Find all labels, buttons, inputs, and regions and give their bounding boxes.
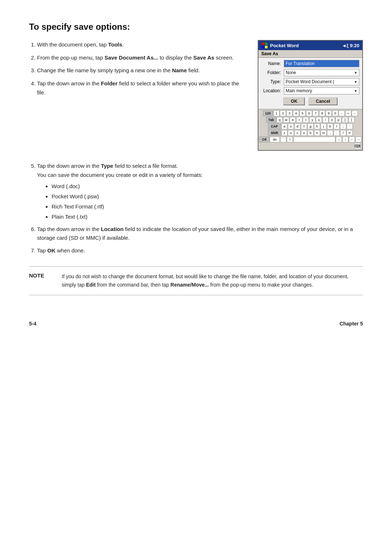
type-option-3: Rich Text Format (.rtf) xyxy=(52,202,363,211)
key-dash[interactable]: - xyxy=(339,110,345,116)
type-dropdown-arrow-icon: ▼ xyxy=(354,80,358,84)
step-2: From the pop-up menu, tap Save Document … xyxy=(37,53,243,62)
key-ctrl[interactable]: Ctl xyxy=(259,137,269,142)
key-y[interactable]: y xyxy=(309,117,315,123)
key-2[interactable]: 2 xyxy=(280,110,286,116)
key-p[interactable]: p xyxy=(335,117,342,123)
key-8[interactable]: 8 xyxy=(319,110,325,116)
type-value: Pocket Word Document ( xyxy=(286,79,334,84)
key-equals[interactable]: = xyxy=(345,110,351,116)
step-7: Tap OK when done. xyxy=(37,246,363,255)
key-r[interactable]: r xyxy=(296,117,302,123)
key-9[interactable]: 9 xyxy=(326,110,332,116)
folder-select[interactable]: None ▼ xyxy=(284,69,359,76)
type-option-1: Word (.doc) xyxy=(52,182,363,191)
key-n[interactable]: n xyxy=(314,130,320,136)
key-3[interactable]: 3 xyxy=(286,110,293,116)
key-v[interactable]: v xyxy=(301,130,307,136)
key-space[interactable] xyxy=(293,137,335,142)
key-comma[interactable]: , xyxy=(327,130,333,136)
device-keyboard: 123 1 2 3 4 5 6 7 8 9 0 - = ← Tab xyxy=(258,109,362,150)
step6-bold: Location xyxy=(101,226,124,232)
key-l[interactable]: l xyxy=(334,123,340,129)
key-t[interactable]: t xyxy=(303,117,309,123)
key-cap[interactable]: CAP xyxy=(268,123,281,129)
note-label: NOTE xyxy=(29,272,51,289)
key-m[interactable]: m xyxy=(320,130,327,136)
key-123[interactable]: 123 xyxy=(263,110,273,116)
key-w[interactable]: w xyxy=(283,117,289,123)
keyboard-toggle-icon[interactable]: ⌨ xyxy=(354,143,361,149)
key-g[interactable]: g xyxy=(307,123,314,129)
step-1: With the document open, tap Tools. xyxy=(37,40,243,49)
type-select[interactable]: Pocket Word Document ( ▼ xyxy=(284,78,359,85)
key-a[interactable]: a xyxy=(281,123,287,129)
key-f[interactable]: f xyxy=(301,123,307,129)
key-0[interactable]: 0 xyxy=(332,110,338,116)
footer: 5-4 Chapter 5 xyxy=(29,317,363,327)
step1-text: With the document open, tap xyxy=(37,41,108,48)
ok-button[interactable]: OK xyxy=(283,97,305,105)
key-semicolon[interactable]: ; xyxy=(340,123,346,129)
key-left-arrow[interactable]: ← xyxy=(349,137,355,142)
name-field-value[interactable]: For Translation xyxy=(284,60,359,67)
key-b[interactable]: b xyxy=(307,130,314,136)
key-backslash[interactable]: \ xyxy=(287,137,293,142)
key-i[interactable]: i xyxy=(322,117,328,123)
key-intl[interactable]: áü xyxy=(270,137,280,142)
key-4[interactable]: 4 xyxy=(293,110,299,116)
type-field-label: Type: xyxy=(261,79,282,84)
step7-bold: OK xyxy=(47,247,56,254)
key-u[interactable]: u xyxy=(316,117,322,123)
key-quote[interactable]: ' xyxy=(347,123,353,129)
key-shift[interactable]: Shift xyxy=(268,130,281,136)
step2-bold2: Save As xyxy=(193,54,215,61)
key-period[interactable]: . xyxy=(334,130,340,136)
key-q[interactable]: q xyxy=(277,117,283,123)
save-as-label: Save As xyxy=(261,51,278,56)
footer-chapter: Chapter 5 xyxy=(339,321,363,327)
svg-rect-2 xyxy=(262,46,264,48)
key-up-arrow[interactable]: ↑ xyxy=(342,137,348,142)
key-5[interactable]: 5 xyxy=(299,110,306,116)
key-7[interactable]: 7 xyxy=(313,110,319,116)
location-select[interactable]: Main memory ▼ xyxy=(284,87,359,94)
type-option-2: Pocket Word (.psw) xyxy=(52,192,363,201)
key-enter[interactable]: ↵ xyxy=(347,130,353,136)
svg-rect-3 xyxy=(265,46,268,48)
key-slash[interactable]: / xyxy=(340,130,346,136)
key-k[interactable]: k xyxy=(327,123,333,129)
key-1[interactable]: 1 xyxy=(273,110,279,116)
key-backtick[interactable]: ˋ xyxy=(280,137,286,142)
folder-field-label: Folder: xyxy=(261,70,282,75)
key-tab[interactable]: Tab xyxy=(266,117,276,123)
key-x[interactable]: x xyxy=(288,130,294,136)
step-3: Change the file name by simply typing a … xyxy=(37,66,243,75)
key-d[interactable]: d xyxy=(294,123,301,129)
step5-sub: You can save the document you create or … xyxy=(37,172,203,178)
key-j[interactable]: j xyxy=(320,123,327,129)
step3-bold: Name xyxy=(172,67,187,73)
device-time: ◄ξ 9:20 xyxy=(342,43,359,48)
key-down-arrow[interactable]: ↓ xyxy=(336,137,342,142)
location-row: Location: Main memory ▼ xyxy=(261,87,359,94)
step2-bold1: Save Document As... xyxy=(105,54,158,61)
key-c[interactable]: c xyxy=(294,130,301,136)
key-z[interactable]: z xyxy=(281,130,287,136)
key-backspace[interactable]: ← xyxy=(352,110,358,116)
device-titlebar: Pocket Word ◄ξ 9:20 xyxy=(258,41,362,50)
key-s[interactable]: s xyxy=(288,123,294,129)
key-lbracket[interactable]: [ xyxy=(342,117,348,123)
cancel-button[interactable]: Cancel xyxy=(309,97,337,105)
type-options-list: Word (.doc) Pocket Word (.psw) Rich Text… xyxy=(37,182,363,221)
steps-list: With the document open, tap Tools. From … xyxy=(29,40,243,97)
key-o[interactable]: o xyxy=(329,117,335,123)
key-rbracket[interactable]: ] xyxy=(348,117,355,123)
key-h[interactable]: h xyxy=(314,123,320,129)
titlebar-left: Pocket Word xyxy=(261,42,299,49)
key-e[interactable]: e xyxy=(290,117,296,123)
key-right-arrow[interactable]: → xyxy=(355,137,362,142)
note-text-end: from the pop-up menu to make your change… xyxy=(209,282,313,288)
key-6[interactable]: 6 xyxy=(306,110,312,116)
location-dropdown-arrow-icon: ▼ xyxy=(354,89,358,93)
